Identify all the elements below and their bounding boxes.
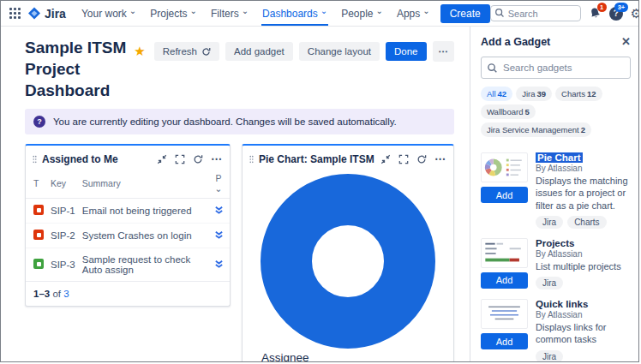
drag-handle-icon[interactable] (33, 154, 37, 164)
chevron-down-icon: ⌄ (129, 9, 136, 14)
quick-links-thumbnail (481, 299, 528, 329)
issue-type-incident-icon (33, 205, 44, 215)
add-gadget-button[interactable]: Add gadget (225, 42, 293, 61)
expand-icon[interactable] (398, 154, 409, 164)
nav-item-projects[interactable]: Projects⌄ (143, 1, 204, 26)
notifications-button[interactable]: 1 (589, 7, 602, 20)
close-icon[interactable]: ✕ (621, 35, 631, 48)
add-button[interactable]: Add (481, 272, 528, 289)
nav-item-people[interactable]: People⌄ (334, 1, 390, 26)
nav-item-apps[interactable]: Apps⌄ (390, 1, 437, 26)
top-navigation: Jira Your work⌄ Projects⌄ Filters⌄ Dashb… (1, 1, 638, 27)
gadget-title: Pie Chart: Sample ITSM Project (259, 153, 375, 165)
tag-charts[interactable]: Charts (567, 216, 606, 229)
issue-summary[interactable]: System Crashes on login (79, 224, 207, 248)
priority-lowest-icon (214, 230, 224, 240)
chevron-down-icon: ⌄ (190, 9, 197, 14)
pagination: 1–3 of 3 (26, 281, 230, 306)
chart-stat-label[interactable]: Assignee (261, 351, 440, 361)
create-button[interactable]: Create (440, 4, 490, 23)
gear-icon: ⚙ (631, 7, 639, 20)
assigned-issues-table: T Key Summary P ⌄ SIP-1 Email not being … (26, 171, 230, 281)
issue-summary[interactable]: Sample request to check Auto assign (79, 248, 207, 282)
column-summary[interactable]: Summary (79, 171, 207, 199)
gadget-assigned-to-me: Assigned to Me ⋯ (25, 144, 231, 307)
favorite-star-icon[interactable]: ★ (134, 44, 145, 59)
global-search (490, 5, 581, 22)
column-priority[interactable]: P ⌄ (207, 171, 230, 199)
collapse-icon[interactable] (380, 154, 391, 164)
issue-summary[interactable]: Email not being triggered (79, 199, 207, 224)
done-button[interactable]: Done (386, 42, 427, 61)
table-row[interactable]: SIP-1 Email not being triggered (26, 199, 230, 224)
settings-button[interactable]: ⚙ (631, 7, 639, 20)
gadget-author: By Atlassian (536, 310, 631, 319)
table-row[interactable]: SIP-3 Sample request to check Auto assig… (26, 248, 230, 282)
filter-charts[interactable]: Charts12 (555, 87, 602, 101)
refresh-icon[interactable] (193, 154, 203, 164)
nav-item-filters[interactable]: Filters⌄ (204, 1, 255, 26)
issue-key[interactable]: SIP-2 (47, 224, 79, 248)
jira-logo[interactable]: Jira (27, 7, 66, 21)
add-button[interactable]: Add (481, 333, 528, 349)
list-item-projects: Add Projects By Atlassian List multiple … (481, 238, 631, 289)
gadget-name[interactable]: Quick links (536, 299, 588, 309)
refresh-icon[interactable] (416, 154, 427, 164)
projects-thumbnail (481, 238, 528, 268)
issue-key[interactable]: SIP-1 (47, 199, 79, 224)
issue-type-incident-icon (33, 230, 44, 240)
filter-all[interactable]: All42 (481, 87, 512, 101)
chevron-down-icon: ⌄ (215, 183, 223, 194)
refresh-button[interactable]: Refresh (154, 42, 219, 61)
gadget-description: Displays links for common tasks (536, 321, 631, 346)
nav-item-your-work[interactable]: Your work⌄ (75, 1, 143, 26)
donut-chart[interactable] (260, 173, 436, 349)
help-badge: 3+ (614, 3, 628, 12)
column-key[interactable]: Key (47, 171, 79, 199)
gadget-author: By Atlassian (536, 164, 631, 173)
filter-jira[interactable]: Jira39 (516, 87, 552, 101)
drag-handle-icon[interactable] (249, 154, 254, 164)
help-button[interactable]: ? 3+ (609, 7, 623, 21)
gadget-more-icon[interactable]: ⋯ (211, 156, 222, 163)
nav-item-dashboards[interactable]: Dashboards⌄ (255, 1, 334, 26)
collapse-icon[interactable] (157, 154, 167, 164)
chevron-down-icon: ⌄ (422, 9, 429, 14)
expand-icon[interactable] (175, 154, 185, 164)
gadget-more-icon[interactable]: ⋯ (434, 156, 446, 163)
tag-jira[interactable]: Jira (536, 350, 563, 361)
gadget-name[interactable]: Projects (536, 238, 574, 248)
filter-jsm[interactable]: Jira Service Management2 (481, 122, 591, 137)
app-switcher-icon[interactable] (9, 8, 21, 19)
gadget-filters: All42 Jira39 Charts12 Wallboard5 Jira Se… (481, 87, 631, 137)
priority-lowest-icon (214, 206, 224, 215)
gadget-title: Assigned to Me (42, 153, 152, 165)
search-icon (487, 63, 498, 74)
pagination-total-link[interactable]: 3 (63, 289, 69, 299)
tag-jira[interactable]: Jira (536, 216, 563, 229)
gadget-name[interactable]: Pie Chart (536, 152, 583, 163)
tag-jira[interactable]: Jira (536, 277, 563, 289)
filter-wallboard[interactable]: Wallboard5 (481, 104, 536, 119)
panel-title: Add a Gadget (481, 36, 550, 48)
banner-text: You are currently editing your dashboard… (53, 116, 397, 127)
search-icon (494, 8, 505, 18)
issue-key[interactable]: SIP-3 (47, 248, 79, 282)
list-item-quick-links: Add Quick links By Atlassian Displays li… (481, 299, 631, 361)
change-layout-button[interactable]: Change layout (299, 42, 380, 61)
page-title: Sample ITSM Project Dashboard (25, 37, 134, 101)
gadget-search-input[interactable] (481, 57, 631, 79)
editing-banner: ? You are currently editing your dashboa… (25, 109, 454, 134)
jira-window: Jira Your work⌄ Projects⌄ Filters⌄ Dashb… (0, 0, 639, 362)
pie-chart-thumbnail (481, 152, 528, 182)
add-button[interactable]: Add (481, 187, 528, 203)
table-row[interactable]: SIP-2 System Crashes on login (26, 224, 230, 248)
gadget-author: By Atlassian (536, 249, 631, 259)
more-options-button[interactable]: ⋯ (433, 41, 455, 62)
gadget-list: Add Jira (481, 143, 631, 361)
jira-mark-icon (27, 7, 41, 21)
column-type[interactable]: T (26, 171, 47, 199)
gadget-description: List multiple projects (536, 260, 631, 272)
gadget-description: Displays the matching issues for a proje… (536, 175, 631, 212)
chevron-down-icon: ⌄ (320, 9, 327, 14)
